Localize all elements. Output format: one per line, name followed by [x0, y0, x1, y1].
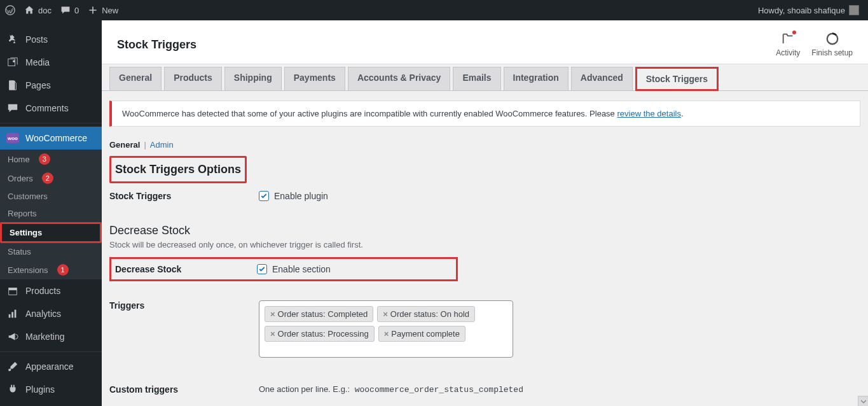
sidebar-item-comments[interactable]: Comments [0, 97, 102, 120]
highlight-decrease-stock: Decrease Stock Enable section [109, 257, 458, 281]
sidebar-item-label: Home [8, 155, 30, 164]
tag-trigger: ×Payment complete [378, 326, 465, 342]
sidebar-item-label: Posts [25, 34, 48, 45]
sidebar-item-woocommerce[interactable]: woo WooCommerce [0, 127, 102, 150]
sidebar-item-plugins[interactable]: Plugins [0, 378, 102, 401]
sidebar-item-label: Status [8, 247, 31, 256]
media-icon [6, 56, 19, 69]
tab-emails[interactable]: Emails [453, 67, 500, 90]
sidebar-item-pages[interactable]: Pages [0, 74, 102, 97]
sidebar-item-appearance[interactable]: Appearance [0, 355, 102, 378]
tab-products[interactable]: Products [164, 67, 222, 90]
activity-label: Activity [776, 48, 800, 57]
subnav-admin[interactable]: Admin [150, 140, 174, 150]
svg-rect-6 [9, 314, 11, 318]
admin-bar-left: doc 0 New [5, 5, 118, 15]
tab-stock-triggers[interactable]: Stock Triggers [635, 67, 719, 91]
label-custom-triggers: Custom triggers [109, 384, 259, 395]
tab-payments[interactable]: Payments [284, 67, 345, 90]
page-wrap: Posts Media Pages Comments woo WooCommer… [0, 20, 868, 406]
label-stock-triggers: Stock Triggers [109, 191, 259, 201]
tab-accounts[interactable]: Accounts & Privacy [348, 67, 451, 90]
brush-icon [6, 360, 19, 373]
tag-remove-icon[interactable]: × [270, 329, 275, 339]
menu-separator [0, 123, 102, 123]
tag-label: Order status: Completed [278, 309, 368, 319]
sidebar-item-posts[interactable]: Posts [0, 28, 102, 51]
sidebar-item-label: Extensions [8, 265, 48, 275]
sidebar-item-media[interactable]: Media [0, 51, 102, 74]
megaphone-icon [6, 330, 19, 343]
finish-setup-button[interactable]: Finish setup [811, 32, 853, 57]
subnav-sep: | [144, 140, 146, 150]
sidebar-item-products[interactable]: Products [0, 279, 102, 302]
tab-integration[interactable]: Integration [504, 67, 568, 90]
svg-rect-3 [10, 81, 15, 90]
sidebar-item-extensions[interactable]: Extensions1 [0, 260, 102, 279]
howdy-link[interactable]: Howdy, shoaib shafique [758, 5, 859, 15]
svg-rect-7 [11, 312, 13, 318]
comment-icon [60, 5, 71, 15]
badge-orders: 2 [42, 172, 53, 184]
finish-label: Finish setup [811, 48, 853, 57]
tag-remove-icon[interactable]: × [270, 309, 275, 319]
sidebar-item-marketing[interactable]: Marketing [0, 325, 102, 348]
tab-shipping[interactable]: Shipping [224, 67, 282, 90]
checkbox-enable-plugin[interactable] [259, 191, 269, 201]
row-decrease-stock: Decrease Stock Enable section [109, 257, 860, 281]
site-name: doc [38, 6, 52, 15]
sidebar-item-label: WooCommerce [25, 133, 87, 143]
svg-rect-8 [15, 310, 17, 318]
tab-general[interactable]: General [109, 67, 162, 90]
sidebar-item-label: Analytics [25, 309, 61, 319]
tab-advanced[interactable]: Advanced [571, 67, 633, 90]
row-custom-triggers: Custom triggers One action per line. E.g… [109, 377, 860, 402]
sidebar-item-label: Reports [8, 209, 37, 218]
sidebar-item-home[interactable]: Home3 [0, 150, 102, 169]
tag-remove-icon[interactable]: × [384, 329, 389, 339]
svg-rect-5 [9, 288, 17, 291]
sidebar-item-settings[interactable]: Settings [0, 222, 102, 243]
woocommerce-submenu: Home3 Orders2 Customers Reports Settings… [0, 150, 102, 279]
tag-remove-icon[interactable]: × [383, 309, 388, 319]
sidebar-item-orders[interactable]: Orders2 [0, 169, 102, 188]
section-subnav: General|Admin [102, 136, 868, 153]
triggers-multiselect[interactable]: ×Order status: Completed ×Order status: … [259, 300, 513, 358]
tag-label: Payment complete [391, 329, 460, 339]
comments-link[interactable]: 0 [60, 5, 79, 15]
row-triggers: Triggers ×Order status: Completed ×Order… [109, 293, 860, 365]
label-decrease-stock: Decrease Stock [115, 264, 257, 274]
plug-icon [6, 383, 19, 396]
sidebar-item-label: Pages [25, 80, 51, 90]
notice-link[interactable]: review the details [617, 109, 680, 118]
sidebar-item-label: Products [25, 286, 60, 296]
sidebar-item-status[interactable]: Status [0, 243, 102, 260]
woocommerce-icon: woo [6, 132, 19, 144]
section-title-options: Stock Triggers Options [109, 156, 247, 183]
site-link[interactable]: doc [24, 5, 52, 15]
tag-label: Order status: On hold [390, 309, 469, 319]
svg-point-2 [13, 60, 15, 62]
sidebar-item-users[interactable]: Users [0, 401, 102, 406]
tag-trigger: ×Order status: Completed [265, 306, 373, 322]
subnav-general[interactable]: General [109, 140, 140, 150]
sidebar-item-label: Plugins [25, 384, 55, 395]
custom-triggers-hint: One action per line. E.g.: woocommerce_o… [259, 384, 526, 395]
admin-top-bar: doc 0 New Howdy, shoaib shafique [0, 0, 868, 20]
error-notice: WooCommerce has detected that some of yo… [109, 101, 860, 127]
new-link[interactable]: New [88, 5, 118, 15]
badge-home: 3 [39, 153, 50, 165]
bar-chart-icon [6, 307, 19, 320]
wp-logo[interactable] [5, 5, 15, 15]
sidebar-item-reports[interactable]: Reports [0, 205, 102, 222]
comments-count: 0 [74, 6, 79, 15]
sidebar-item-customers[interactable]: Customers [0, 188, 102, 205]
header-actions: Activity Finish setup [776, 32, 853, 57]
section-desc-decrease: Stock will be decreased only once, on wh… [109, 240, 860, 249]
checkbox-enable-section[interactable] [257, 264, 267, 274]
notification-dot [792, 31, 796, 34]
sidebar-item-analytics[interactable]: Analytics [0, 302, 102, 325]
scroll-corner[interactable] [858, 396, 868, 406]
sidebar-item-label: Comments [25, 103, 69, 113]
activity-button[interactable]: Activity [776, 32, 800, 57]
